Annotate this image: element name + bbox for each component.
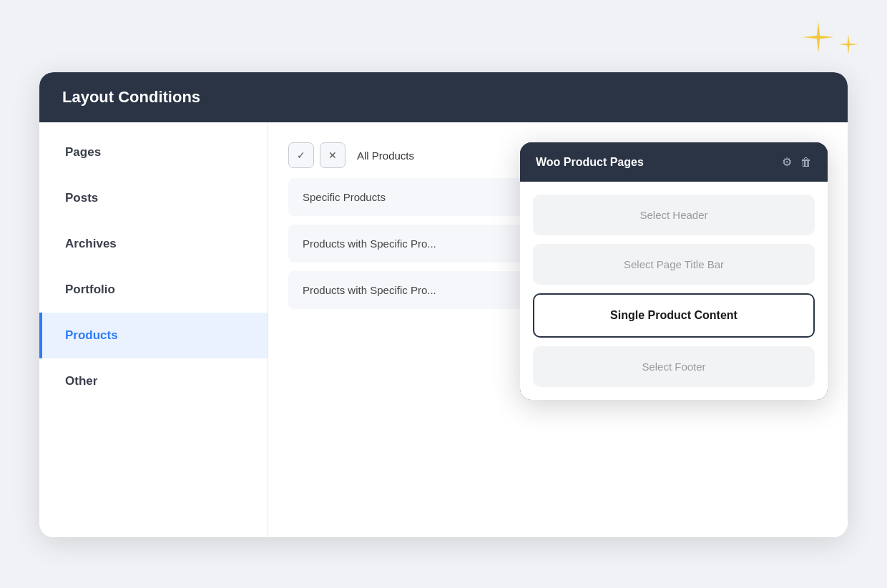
dropdown-products-pro2[interactable]: Products with Specific Pro... xyxy=(288,271,524,309)
woo-popup-body: Select Header Select Page Title Bar Sing… xyxy=(520,182,828,400)
woo-popup-title: Woo Product Pages xyxy=(536,156,644,169)
sidebar-item-posts[interactable]: Posts xyxy=(39,175,268,221)
sparkle-small-icon xyxy=(838,34,858,54)
card-header-title: Layout Conditions xyxy=(62,88,200,106)
x-button[interactable]: ✕ xyxy=(320,142,346,168)
dropdown-specific-products[interactable]: Specific Products xyxy=(288,178,524,216)
sparkle-large-icon xyxy=(803,21,834,53)
content-area: ✓ ✕ All Products Specific Products Produ… xyxy=(268,122,848,537)
woo-popup-actions: ⚙ 🗑 xyxy=(782,155,812,169)
sidebar-item-other[interactable]: Other xyxy=(39,358,268,404)
check-x-buttons: ✓ ✕ xyxy=(288,142,346,168)
all-products-label: All Products xyxy=(357,150,414,162)
sidebar: Pages Posts Archives Portfolio Products … xyxy=(39,122,268,537)
check-icon: ✓ xyxy=(297,150,305,161)
main-card: Layout Conditions Pages Posts Archives P… xyxy=(39,72,848,537)
sidebar-item-pages[interactable]: Pages xyxy=(39,129,268,175)
x-icon: ✕ xyxy=(328,150,337,161)
select-footer-button[interactable]: Select Footer xyxy=(533,346,815,387)
dropdown-products-pro1[interactable]: Products with Specific Pro... xyxy=(288,225,524,263)
select-page-title-bar-button[interactable]: Select Page Title Bar xyxy=(533,244,815,285)
check-button[interactable]: ✓ xyxy=(288,142,314,168)
gear-icon[interactable]: ⚙ xyxy=(782,155,792,169)
content-wrapper: ✓ ✕ All Products Specific Products Produ… xyxy=(288,142,828,517)
sparkles-decoration xyxy=(803,21,858,54)
single-product-content-button[interactable]: Single Product Content xyxy=(533,293,815,338)
woo-product-pages-popup: Woo Product Pages ⚙ 🗑 Select Header Sele… xyxy=(520,142,828,400)
woo-popup-header: Woo Product Pages ⚙ 🗑 xyxy=(520,142,828,182)
card-header: Layout Conditions xyxy=(39,72,848,122)
card-body: Pages Posts Archives Portfolio Products … xyxy=(39,122,848,537)
select-header-button[interactable]: Select Header xyxy=(533,195,815,235)
sidebar-item-archives[interactable]: Archives xyxy=(39,221,268,267)
sidebar-item-products[interactable]: Products xyxy=(39,313,268,358)
delete-icon[interactable]: 🗑 xyxy=(800,156,812,169)
sidebar-item-portfolio[interactable]: Portfolio xyxy=(39,267,268,313)
